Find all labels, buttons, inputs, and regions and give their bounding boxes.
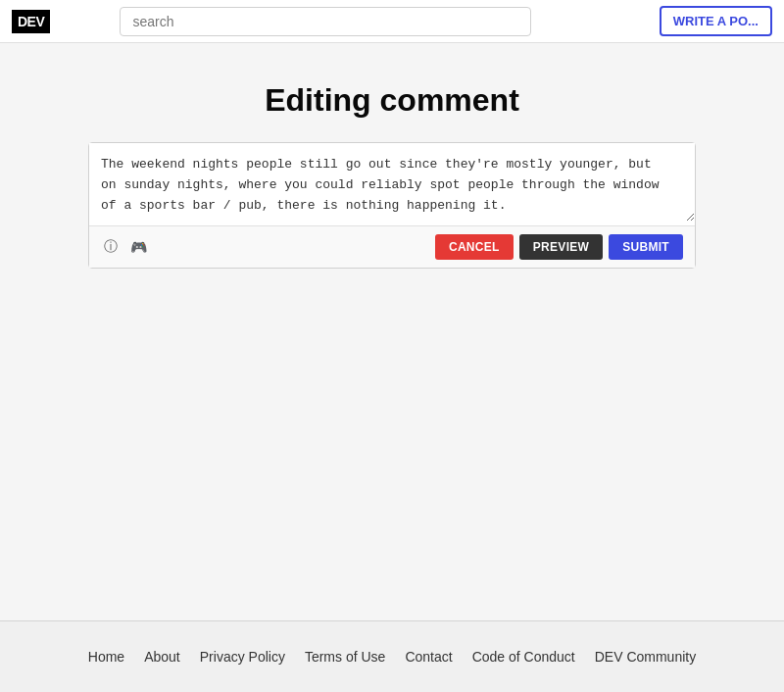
comment-textarea[interactable]: The weekend nights people still go out s… <box>89 143 695 222</box>
comment-editor: The weekend nights people still go out s… <box>88 142 696 269</box>
editor-toolbar: ⓘ 🎮 CANCEL PREVIEW SUBMIT <box>89 225 695 268</box>
info-icon[interactable]: ⓘ <box>101 237 121 257</box>
toolbar-actions: CANCEL PREVIEW SUBMIT <box>435 234 683 260</box>
submit-button[interactable]: SUBMIT <box>609 234 683 260</box>
footer-link-contact[interactable]: Contact <box>405 649 452 665</box>
cancel-button[interactable]: CANCEL <box>435 234 514 260</box>
toolbar-icons: ⓘ 🎮 <box>101 237 148 257</box>
footer-link-terms[interactable]: Terms of Use <box>305 649 385 665</box>
footer-link-home[interactable]: Home <box>88 649 124 665</box>
main-content: Editing comment The weekend nights peopl… <box>0 43 784 308</box>
write-post-button[interactable]: WRITE A PO... <box>660 6 772 36</box>
footer-link-privacy[interactable]: Privacy Policy <box>200 649 285 665</box>
footer: Home About Privacy Policy Terms of Use C… <box>0 620 784 692</box>
search-bar-container <box>120 7 531 36</box>
footer-link-dev-community[interactable]: DEV Community <box>595 649 696 665</box>
search-input[interactable] <box>120 7 531 36</box>
dev-logo[interactable]: DEV <box>12 10 50 33</box>
footer-link-about[interactable]: About <box>144 649 180 665</box>
footer-link-conduct[interactable]: Code of Conduct <box>472 649 575 665</box>
preview-button[interactable]: PREVIEW <box>519 234 603 260</box>
footer-links: Home About Privacy Policy Terms of Use C… <box>20 649 764 665</box>
game-controller-icon[interactable]: 🎮 <box>128 237 148 257</box>
page-title: Editing comment <box>265 82 519 119</box>
header: DEV WRITE A PO... <box>0 0 784 43</box>
